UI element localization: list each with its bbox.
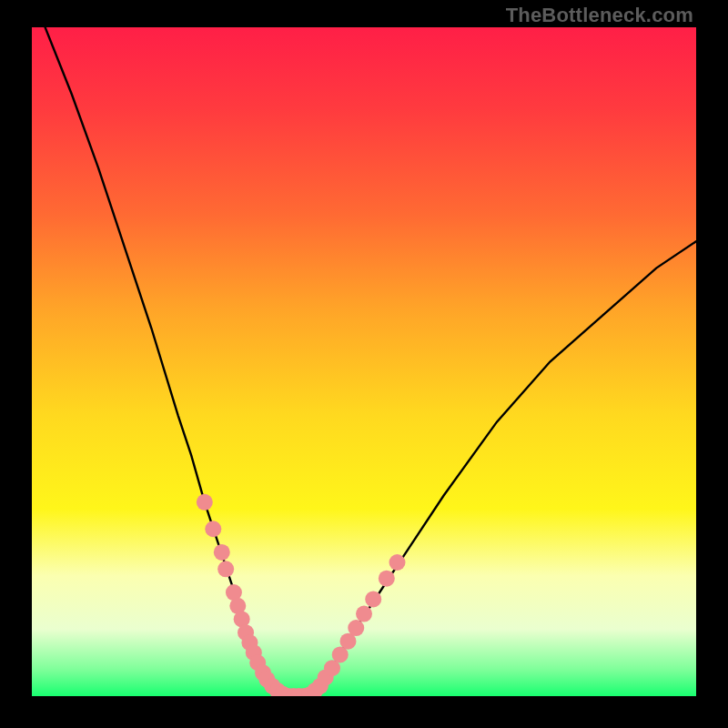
chart-stage: TheBottleneck.com [0, 0, 728, 728]
curve-marker [217, 561, 234, 577]
curve-marker [356, 606, 372, 622]
marker-cluster-left [197, 494, 318, 696]
curve-marker [214, 544, 230, 561]
curve-marker [205, 521, 221, 537]
curve-layer [32, 27, 696, 696]
curve-marker [389, 554, 406, 571]
curve-marker [197, 494, 213, 511]
curve-right-branch [318, 241, 696, 689]
curve-marker [348, 620, 364, 636]
curve-marker [365, 591, 381, 607]
plot-area [32, 27, 696, 696]
marker-cluster-right [307, 554, 406, 696]
curve-marker [379, 571, 395, 587]
branding-watermark: TheBottleneck.com [506, 4, 693, 27]
